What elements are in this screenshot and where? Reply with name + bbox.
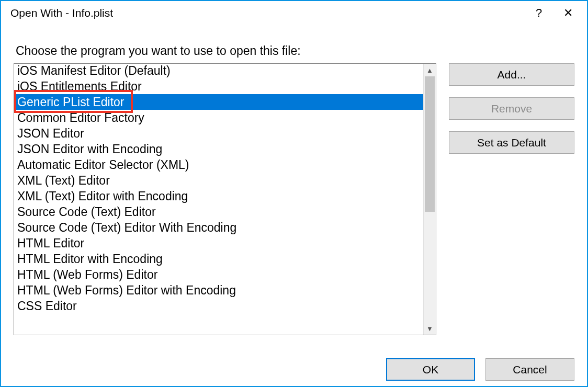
list-item[interactable]: JSON Editor with Encoding (14, 141, 423, 157)
scroll-down-arrow-icon[interactable]: ▼ (424, 322, 436, 335)
list-item[interactable]: XML (Text) Editor (14, 173, 423, 188)
vertical-scrollbar[interactable]: ▲ ▼ (423, 64, 436, 335)
list-item[interactable]: Automatic Editor Selector (XML) (14, 157, 423, 173)
scroll-thumb[interactable] (425, 76, 435, 212)
list-item[interactable]: XML (Text) Editor with Encoding (14, 188, 423, 204)
list-item[interactable]: JSON Editor (14, 126, 423, 141)
prompt-label: Choose the program you want to use to op… (14, 44, 574, 58)
remove-button[interactable]: Remove (449, 97, 574, 120)
add-button[interactable]: Add... (449, 63, 574, 86)
list-item[interactable]: iOS Entitlements Editor (14, 78, 423, 94)
close-icon: ✕ (563, 6, 573, 20)
scroll-track[interactable] (424, 76, 436, 322)
dialog-footer: OK Cancel (1, 346, 587, 387)
cancel-button[interactable]: Cancel (485, 358, 574, 381)
help-icon: ? (536, 6, 542, 20)
list-item[interactable]: HTML (Web Forms) Editor (14, 267, 423, 282)
list-item[interactable]: Generic PList Editor (14, 94, 423, 110)
list-item[interactable]: Source Code (Text) Editor With Encoding (14, 220, 423, 235)
ok-button[interactable]: OK (386, 358, 475, 381)
editor-list[interactable]: iOS Manifest Editor (Default)iOS Entitle… (14, 64, 423, 335)
list-item[interactable]: CSS Editor (14, 298, 423, 314)
set-default-button[interactable]: Set as Default (449, 131, 574, 154)
dialog-window: Open With - Info.plist ? ✕ Choose the pr… (0, 0, 588, 387)
scroll-up-arrow-icon[interactable]: ▲ (424, 64, 436, 76)
list-item[interactable]: iOS Manifest Editor (Default) (14, 64, 423, 78)
list-item[interactable]: HTML (Web Forms) Editor with Encoding (14, 282, 423, 298)
list-item[interactable]: HTML Editor (14, 235, 423, 251)
close-button[interactable]: ✕ (553, 1, 583, 25)
body-row: iOS Manifest Editor (Default)iOS Entitle… (14, 63, 574, 335)
help-button[interactable]: ? (524, 1, 553, 25)
list-item[interactable]: Source Code (Text) Editor (14, 204, 423, 220)
list-item[interactable]: Common Editor Factory (14, 110, 423, 126)
editor-list-container: iOS Manifest Editor (Default)iOS Entitle… (14, 63, 436, 335)
dialog-content: Choose the program you want to use to op… (1, 25, 587, 346)
window-title: Open With - Info.plist (10, 7, 524, 19)
titlebar: Open With - Info.plist ? ✕ (1, 1, 587, 25)
list-item[interactable]: HTML Editor with Encoding (14, 251, 423, 267)
side-buttons: Add... Remove Set as Default (449, 63, 574, 335)
